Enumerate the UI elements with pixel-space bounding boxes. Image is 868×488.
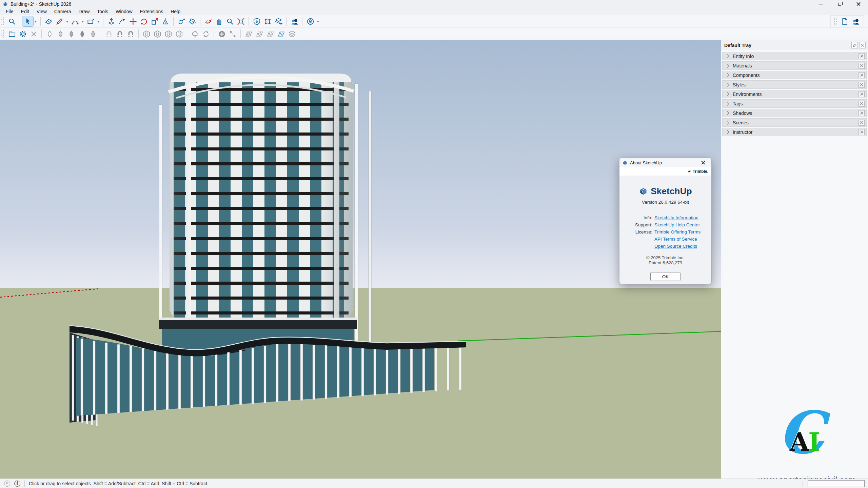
line-tool-dropdown[interactable]: ▾ (65, 16, 70, 26)
select-tool-button[interactable] (22, 16, 33, 26)
arc-tool-dropdown[interactable]: ▾ (80, 16, 85, 26)
extension-tool-button[interactable] (262, 16, 273, 26)
cloud-move-button[interactable] (190, 29, 200, 39)
measurements-input[interactable] (808, 480, 865, 487)
tray-section-close-button[interactable] (859, 129, 865, 135)
flip-tool-button[interactable] (160, 16, 171, 26)
tray-section-close-button[interactable] (859, 120, 865, 126)
menu-draw[interactable]: Draw (75, 8, 94, 15)
menu-file[interactable]: File (2, 8, 17, 15)
from-contours-button[interactable] (243, 29, 254, 39)
paint-bucket-tool-button[interactable] (187, 16, 198, 26)
component-bounds-button[interactable] (141, 29, 152, 39)
line-tool-button[interactable] (54, 16, 65, 26)
dialog-close-button[interactable] (698, 159, 708, 166)
share-people-button[interactable] (850, 17, 861, 27)
tray-section-environments[interactable]: Environments (722, 90, 867, 98)
tray-section-tags[interactable]: Tags (722, 99, 867, 108)
tray-section-components[interactable]: Components (722, 71, 867, 79)
tray-section-entity-info[interactable]: Entity Info (722, 52, 867, 60)
style-xray-button[interactable] (44, 29, 55, 39)
layers-export-button[interactable] (273, 16, 284, 26)
style-monochrome-button[interactable] (87, 29, 98, 39)
style-shaded-button[interactable] (77, 29, 87, 39)
component-sphere-button[interactable] (163, 29, 174, 39)
tray-section-scenes[interactable]: Scenes (722, 118, 867, 127)
arc-tool-button[interactable] (70, 16, 80, 26)
rotate-tool-button[interactable] (138, 16, 149, 26)
toolbar-drag-handle[interactable] (1, 29, 4, 38)
tray-section-shadows[interactable]: Shadows (722, 109, 867, 117)
cloud-refresh-button[interactable] (200, 29, 211, 39)
tray-section-styles[interactable]: Styles (722, 80, 867, 89)
link-sketchup-help-center[interactable]: SketchUp Help Center (654, 222, 711, 227)
tray-pin-button[interactable] (851, 42, 858, 48)
toolbar-drag-handle[interactable] (834, 17, 837, 26)
zoom-tool-button[interactable] (224, 16, 235, 26)
menu-window[interactable]: Window (112, 8, 136, 15)
menu-edit[interactable]: Edit (17, 8, 33, 15)
select-tool-dropdown[interactable]: ▾ (33, 16, 38, 26)
close-x-button[interactable] (28, 29, 39, 39)
orbit-tool-button[interactable] (203, 16, 214, 26)
component-cloud-button[interactable] (152, 29, 163, 39)
scale-tool-button[interactable] (149, 16, 160, 26)
tray-section-instructor[interactable]: Instructor (722, 128, 867, 136)
toolbar-drag-handle[interactable] (1, 17, 4, 26)
link-sketchup-information[interactable]: SketchUp Information (654, 215, 711, 220)
style-hidden-line-button[interactable] (66, 29, 77, 39)
drape-button[interactable] (287, 29, 297, 39)
collaborate-people-button[interactable] (289, 16, 300, 26)
minimize-button[interactable] (811, 0, 830, 8)
tray-section-close-button[interactable] (859, 63, 865, 69)
style-back-edges-button[interactable] (55, 29, 66, 39)
tray-section-close-button[interactable] (859, 53, 865, 59)
link-trimble-offering-terms[interactable]: Trimble Offering Terms (654, 229, 711, 235)
tape-measure-tool-button[interactable] (176, 16, 187, 26)
menu-camera[interactable]: Camera (51, 8, 75, 15)
eraser-tool-button[interactable] (43, 16, 54, 26)
link-open-source-credits[interactable]: Open Source Credits (654, 244, 711, 249)
restore-button[interactable] (830, 0, 849, 8)
magnet-snap-button[interactable] (114, 29, 125, 39)
rectangle-tool-dropdown[interactable]: ▾ (96, 16, 101, 26)
model-viewport[interactable] (0, 40, 721, 479)
smoove-button[interactable] (265, 29, 276, 39)
tray-section-close-button[interactable] (859, 72, 865, 78)
tray-close-button[interactable] (859, 42, 866, 48)
open-folder-button[interactable] (6, 29, 17, 39)
info-icon[interactable] (14, 481, 20, 487)
warehouse-download-button[interactable] (251, 16, 262, 26)
push-pull-tool-button[interactable] (106, 16, 117, 26)
menu-tools[interactable]: Tools (93, 8, 112, 15)
search-button[interactable] (6, 16, 17, 26)
move-tool-button[interactable] (127, 16, 138, 26)
menu-extensions[interactable]: Extensions (136, 8, 167, 15)
tray-section-materials[interactable]: Materials (722, 61, 867, 70)
magnet-texture-button[interactable] (125, 29, 136, 39)
account-dropdown[interactable]: ▾ (316, 16, 320, 26)
geolocation-icon[interactable] (4, 481, 10, 487)
tray-section-close-button[interactable] (859, 91, 865, 97)
component-none-button[interactable] (174, 29, 184, 39)
stamp-button[interactable] (276, 29, 287, 39)
flip-edge-button[interactable] (227, 29, 238, 39)
tray-section-close-button[interactable] (859, 110, 865, 116)
tray-section-close-button[interactable] (859, 82, 865, 88)
close-button[interactable] (849, 0, 868, 8)
model-settings-button[interactable] (17, 29, 28, 39)
from-scratch-button[interactable] (254, 29, 265, 39)
tray-section-close-button[interactable] (859, 101, 865, 107)
link-api-terms-of-service[interactable]: API Terms of Service (654, 237, 711, 242)
add-detail-button[interactable] (216, 29, 227, 39)
menu-view[interactable]: View (33, 8, 51, 15)
menu-help[interactable]: Help (167, 8, 184, 15)
zoom-extents-tool-button[interactable] (235, 16, 246, 26)
pan-tool-button[interactable] (214, 16, 224, 26)
ok-button[interactable]: OK (650, 272, 680, 281)
rectangle-tool-button[interactable] (85, 16, 96, 26)
magnet-off-button[interactable] (103, 29, 114, 39)
account-button[interactable] (305, 16, 316, 26)
follow-me-tool-button[interactable] (117, 16, 127, 26)
new-document-button[interactable] (839, 17, 850, 27)
